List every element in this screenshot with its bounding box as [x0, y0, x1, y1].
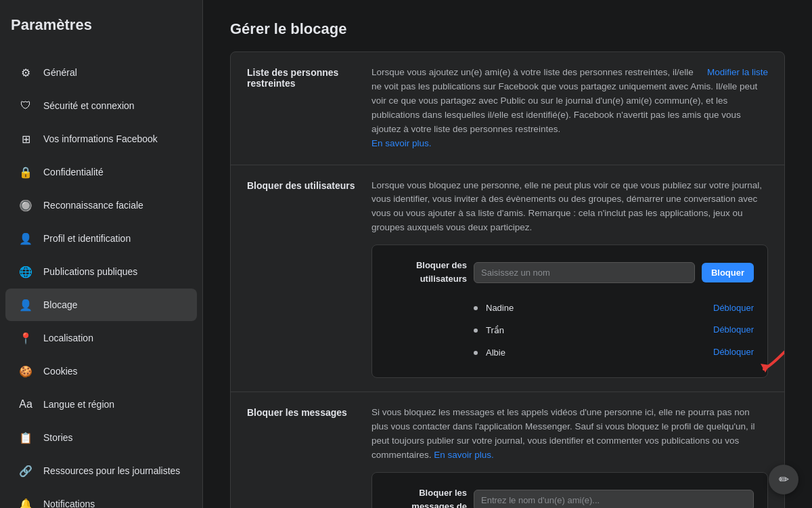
restreintes-learn-more[interactable]: En savoir plus. — [371, 138, 432, 148]
sidebar-label-cookies: Cookies — [43, 366, 78, 377]
section-content-restreintes: Modifier la liste Lorsque vous ajoutez u… — [371, 66, 768, 151]
unblock-link-0[interactable]: Débloquer — [713, 303, 754, 313]
sidebar-label-langue: Langue et région — [43, 399, 114, 410]
blocked-user-name-0: Nadine — [486, 301, 705, 315]
sidebar-label-reconnaissance: Reconnaissance faciale — [43, 200, 143, 211]
block-form-row: Bloquer des utilisateurs Bloquer — [386, 259, 754, 286]
sidebar-icon-localisation: 📍 — [16, 329, 35, 347]
unblock-link-1[interactable]: Débloquer — [713, 324, 754, 335]
sidebar-label-general: Général — [43, 67, 77, 78]
blocked-user-name-2: Albie — [486, 346, 705, 360]
sidebar-label-vos-informations: Vos informations Facebook — [43, 133, 158, 144]
sidebar-item-vos-informations[interactable]: ⊞Vos informations Facebook — [5, 123, 197, 155]
sidebar-item-cookies[interactable]: 🍪Cookies — [5, 355, 197, 387]
sidebar-item-localisation[interactable]: 📍Localisation — [5, 322, 197, 354]
sidebar-label-localisation: Localisation — [43, 333, 93, 343]
unblock-container-1: Débloquer — [713, 323, 754, 337]
sidebar-item-publications[interactable]: 🌐Publications publiques — [5, 255, 197, 288]
sidebar-icon-securite: 🛡 — [16, 96, 35, 115]
blocked-user-dot — [474, 306, 478, 310]
sidebar-item-blocage[interactable]: 👤Blocage — [5, 289, 197, 321]
sidebar-icon-langue: Aa — [16, 395, 35, 414]
sidebar-label-ressources: Ressources pour les journalistes — [43, 465, 180, 476]
section-liste-restreintes: Liste des personnes restreintes Modifier… — [231, 52, 784, 165]
block-form-label: Bloquer des utilisateurs — [386, 259, 467, 286]
sidebar-icon-blocage: 👤 — [16, 295, 35, 314]
red-arrow-annotation — [757, 335, 785, 376]
edit-fab[interactable]: ✏ — [769, 465, 798, 494]
sidebar-icon-profil: 👤 — [16, 229, 35, 248]
sidebar-label-notifications: Notifications — [43, 499, 95, 508]
unblock-container-0: Débloquer — [713, 301, 754, 316]
section-label-blocage: Bloquer des utilisateurs — [247, 179, 355, 379]
sidebar-icon-reconnaissance: 🔘 — [16, 196, 35, 215]
sidebar-item-confidentialite[interactable]: 🔒Confidentialité — [5, 156, 197, 188]
section-bloquer-utilisateurs: Bloquer des utilisateurs Lorsque vous bl… — [231, 165, 784, 393]
sidebar-icon-publications: 🌐 — [16, 262, 35, 281]
sidebar-label-stories: Stories — [43, 432, 73, 443]
sidebar-icon-ressources: 🔗 — [16, 461, 35, 480]
block-messages-form: Bloquer les messages de M MDébloquer — [371, 472, 768, 508]
block-messages-label: Bloquer les messages de — [386, 486, 467, 508]
blocked-user-item-0: NadineDébloquer — [474, 297, 754, 320]
section-label-messages: Bloquer les messages — [247, 406, 355, 508]
blocked-users-list: NadineDébloquerTrầnDébloquerAlbieDébloqu… — [474, 297, 754, 364]
sidebar-icon-confidentialite: 🔒 — [16, 163, 35, 182]
sidebar-item-reconnaissance[interactable]: 🔘Reconnaissance faciale — [5, 189, 197, 221]
sidebar-item-profil[interactable]: 👤Profil et identification — [5, 222, 197, 255]
sidebar: Paramètres ⚙Général🛡Sécurité et connexio… — [0, 0, 203, 508]
unblock-container-2: Débloquer — [713, 345, 754, 360]
edit-icon: ✏ — [779, 472, 789, 487]
sidebar-icon-general: ⚙ — [16, 63, 35, 82]
sidebar-item-langue[interactable]: AaLangue et région — [5, 388, 197, 421]
modifier-liste-link[interactable]: Modifier la liste — [707, 66, 768, 80]
sidebar-icon-stories: 📋 — [16, 428, 35, 447]
restreintes-desc-text: Lorsque vous ajoutez un(e) ami(e) à votr… — [371, 67, 757, 134]
blocked-user-name-1: Trần — [486, 324, 705, 337]
section-bloquer-messages: Bloquer les messages Si vous bloquez les… — [231, 392, 784, 508]
sections-container: Liste des personnes restreintes Modifier… — [230, 51, 785, 508]
blocked-user-item-1: TrầnDébloquer — [474, 319, 754, 341]
sidebar-icon-cookies: 🍪 — [16, 362, 35, 381]
sidebar-label-confidentialite: Confidentialité — [43, 167, 104, 177]
messages-learn-more[interactable]: En savoir plus. — [434, 450, 494, 460]
unblock-link-2[interactable]: Débloquer — [713, 347, 754, 357]
sidebar-item-notifications[interactable]: 🔔Notifications — [5, 488, 197, 508]
sidebar-label-blocage: Blocage — [43, 299, 78, 310]
sidebar-item-securite[interactable]: 🛡Sécurité et connexion — [5, 89, 197, 122]
block-messages-form-row: Bloquer les messages de — [386, 486, 754, 508]
blocked-user-item-2: AlbieDébloquer — [474, 341, 754, 364]
section-content-blocage: Lorsque vous bloquez une personne, elle … — [371, 179, 768, 379]
bloquer-description: Lorsque vous bloquez une personne, elle … — [371, 179, 768, 236]
sidebar-label-profil: Profil et identification — [43, 233, 131, 244]
blocked-user-dot — [474, 329, 478, 333]
sidebar-icon-vos-informations: ⊞ — [16, 129, 35, 148]
block-users-input[interactable] — [474, 262, 695, 283]
sidebar-title: Paramètres — [0, 11, 202, 45]
block-messages-input[interactable] — [474, 490, 754, 508]
sidebar-item-stories[interactable]: 📋Stories — [5, 421, 197, 454]
block-users-form: Bloquer des utilisateurs Bloquer NadineD… — [371, 245, 768, 378]
sidebar-label-securite: Sécurité et connexion — [43, 100, 135, 111]
section-label-restreintes: Liste des personnes restreintes — [247, 66, 355, 151]
block-users-button[interactable]: Bloquer — [702, 263, 754, 282]
sidebar-item-ressources[interactable]: 🔗Ressources pour les journalistes — [5, 454, 197, 487]
sidebar-label-publications: Publications publiques — [43, 266, 137, 277]
page-title: Gérer le blocage — [230, 20, 785, 38]
sidebar-item-general[interactable]: ⚙Général — [5, 56, 197, 89]
svg-marker-0 — [761, 364, 769, 373]
main-content: Gérer le blocage Liste des personnes res… — [203, 0, 812, 508]
section-content-messages: Si vous bloquez les messages et les appe… — [371, 406, 768, 508]
blocked-user-dot — [474, 351, 478, 355]
messages-description: Si vous bloquez les messages et les appe… — [371, 406, 768, 463]
sidebar-icon-notifications: 🔔 — [16, 494, 35, 508]
